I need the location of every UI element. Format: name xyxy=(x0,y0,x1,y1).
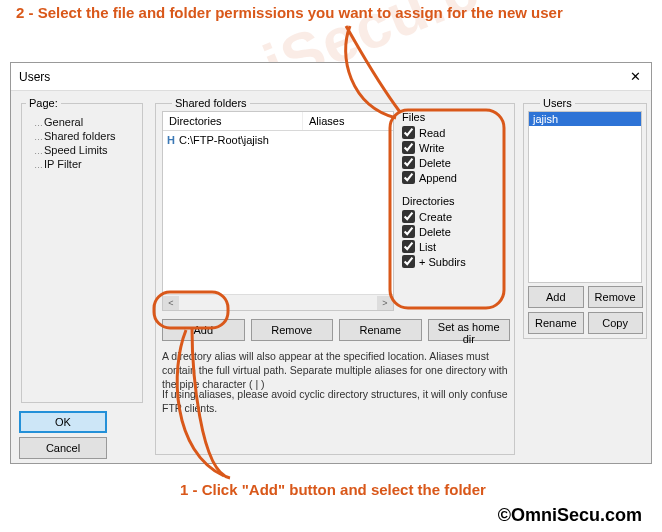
home-marker: H xyxy=(167,134,175,146)
shared-rename-button[interactable]: Rename xyxy=(339,319,422,341)
page-tree: General Shared folders Speed Limits IP F… xyxy=(22,111,142,171)
scroll-left-icon[interactable]: < xyxy=(163,296,179,310)
directory-path: C:\FTP-Root\jajish xyxy=(179,134,269,146)
page-item-ip-filter[interactable]: IP Filter xyxy=(28,157,141,171)
list-item[interactable]: jajish xyxy=(529,112,641,126)
perm-dirs-subdirs[interactable]: + Subdirs xyxy=(400,254,510,269)
ok-button[interactable]: OK xyxy=(19,411,107,433)
users-copy-button[interactable]: Copy xyxy=(588,312,643,334)
page-group-label: Page: xyxy=(26,97,61,109)
users-remove-button[interactable]: Remove xyxy=(588,286,643,308)
permissions-panel: Files Read Write Delete Append Directori… xyxy=(400,109,510,269)
cancel-button[interactable]: Cancel xyxy=(19,437,107,459)
perm-files-read-checkbox[interactable] xyxy=(402,126,415,139)
perm-dirs-subdirs-checkbox[interactable] xyxy=(402,255,415,268)
window-title: Users xyxy=(19,70,50,84)
users-rename-button[interactable]: Rename xyxy=(528,312,584,334)
shared-folders-label: Shared folders xyxy=(172,97,250,109)
h-scrollbar[interactable]: < > xyxy=(163,294,393,310)
perm-dirs-delete[interactable]: Delete xyxy=(400,224,510,239)
help-text-cyclic: If using aliases, please avoid cyclic di… xyxy=(162,387,508,415)
scroll-right-icon[interactable]: > xyxy=(377,296,393,310)
users-add-button[interactable]: Add xyxy=(528,286,584,308)
perm-files-append[interactable]: Append xyxy=(400,170,510,185)
perm-dirs-list-checkbox[interactable] xyxy=(402,240,415,253)
perm-dirs-delete-checkbox[interactable] xyxy=(402,225,415,238)
table-row[interactable]: H C:\FTP-Root\jajish xyxy=(163,131,393,149)
page-item-general[interactable]: General xyxy=(28,115,141,129)
shared-folders-group: Shared folders Directories Aliases H C:\… xyxy=(155,97,515,455)
perm-dirs-create-checkbox[interactable] xyxy=(402,210,415,223)
perm-files-append-checkbox[interactable] xyxy=(402,171,415,184)
shared-remove-button[interactable]: Remove xyxy=(251,319,334,341)
page-item-shared-folders[interactable]: Shared folders xyxy=(28,129,141,143)
instruction-step-2: 2 - Select the file and folder permissio… xyxy=(16,4,646,21)
page-item-speed-limits[interactable]: Speed Limits xyxy=(28,143,141,157)
perm-files-delete[interactable]: Delete xyxy=(400,155,510,170)
close-icon[interactable]: ✕ xyxy=(626,69,645,84)
help-text-aliases: A directory alias will also appear at th… xyxy=(162,349,508,392)
instruction-step-1: 1 - Click "Add" button and select the fo… xyxy=(180,481,486,498)
credit-text: ©OmniSecu.com xyxy=(498,505,642,526)
users-list[interactable]: jajish xyxy=(528,111,642,283)
directories-table[interactable]: Directories Aliases H C:\FTP-Root\jajish… xyxy=(162,111,394,311)
col-directories[interactable]: Directories xyxy=(163,112,303,130)
perm-files-write-checkbox[interactable] xyxy=(402,141,415,154)
shared-add-button[interactable]: Add xyxy=(162,319,245,341)
perm-files-write[interactable]: Write xyxy=(400,140,510,155)
perm-files-delete-checkbox[interactable] xyxy=(402,156,415,169)
users-group: Users jajish Add Remove Rename Copy xyxy=(523,97,647,339)
perm-dirs-create[interactable]: Create xyxy=(400,209,510,224)
shared-set-home-button[interactable]: Set as home dir xyxy=(428,319,511,341)
files-perm-label: Files xyxy=(400,109,510,125)
col-aliases[interactable]: Aliases xyxy=(303,112,393,130)
perm-dirs-list[interactable]: List xyxy=(400,239,510,254)
perm-files-read[interactable]: Read xyxy=(400,125,510,140)
users-group-label: Users xyxy=(540,97,575,109)
page-group: Page: General Shared folders Speed Limit… xyxy=(21,97,143,403)
dirs-perm-label: Directories xyxy=(400,193,510,209)
users-dialog: Users ✕ Page: General Shared folders Spe… xyxy=(10,62,652,464)
